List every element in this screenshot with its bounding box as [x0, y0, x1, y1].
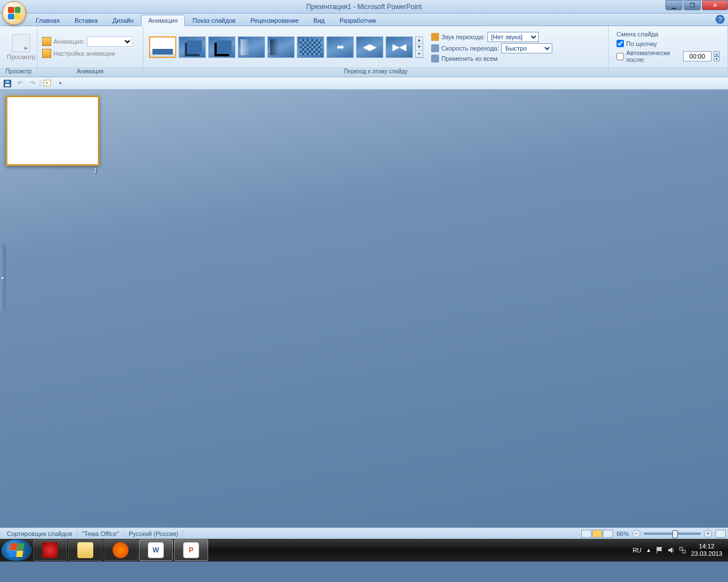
transition-item-8[interactable]: ◀▶: [356, 36, 383, 58]
transition-item-3[interactable]: [208, 36, 235, 58]
animation-settings-button[interactable]: Настройка анимации: [42, 49, 133, 58]
advance-slide-title: Смена слайда: [617, 31, 719, 38]
save-button[interactable]: [2, 78, 13, 89]
fit-window-button[interactable]: [715, 530, 726, 538]
slideshow-icon: [43, 80, 52, 88]
tab-review[interactable]: Рецензирование: [243, 15, 306, 26]
svg-rect-5: [682, 550, 685, 553]
animation-group-label: Анимация: [38, 68, 143, 77]
transition-item-7[interactable]: ⬌: [326, 36, 354, 58]
windows-logo-icon: [9, 543, 24, 557]
zoom-value: 66%: [617, 530, 629, 537]
taskbar-word[interactable]: W: [139, 539, 173, 561]
transition-item-5[interactable]: [267, 36, 295, 58]
taskbar-mediaplayer[interactable]: [104, 539, 138, 561]
svg-rect-2: [6, 81, 9, 83]
speed-icon: [431, 44, 439, 52]
window-titlebar: Презентация1 - Microsoft PowerPoint ▁ ❐ …: [0, 0, 728, 14]
on-click-checkbox[interactable]: По щелчку: [617, 40, 719, 47]
slideshow-qat-button[interactable]: [43, 78, 53, 89]
network-icon[interactable]: [679, 546, 686, 554]
status-theme[interactable]: "Тема Office": [77, 530, 124, 537]
taskbar-opera[interactable]: [33, 539, 67, 561]
transition-gallery-scroll[interactable]: ▲▼▾: [415, 36, 423, 58]
slide-thumbnail-1[interactable]: [6, 95, 100, 166]
slideshow-view-button[interactable]: [603, 530, 613, 538]
tray-date: 23.03.2013: [691, 550, 722, 558]
flag-icon[interactable]: [656, 546, 664, 554]
status-view-name[interactable]: Сортировщик слайдов: [2, 530, 77, 537]
slide-sorter-view[interactable]: 1 ▸: [0, 90, 728, 527]
office-button[interactable]: [2, 1, 26, 25]
preview-icon: [12, 34, 30, 52]
ribbon-tabs: Главная Вставка Дизайн Анимация Показ сл…: [0, 14, 728, 26]
preview-button[interactable]: Просмотр: [3, 33, 39, 61]
transition-item-9[interactable]: ▶◀: [386, 36, 413, 58]
zoom-slider[interactable]: [644, 533, 701, 535]
animation-settings-label: Настройка анимации: [53, 50, 115, 57]
powerpoint-icon: P: [183, 542, 199, 558]
transition-speed-combo[interactable]: Быстро: [501, 43, 552, 53]
tab-design[interactable]: Дизайн: [105, 15, 141, 26]
window-minimize-button[interactable]: ▁: [665, 0, 682, 10]
svg-rect-4: [680, 547, 682, 550]
svg-rect-1: [5, 84, 10, 86]
status-language[interactable]: Русский (Россия): [124, 530, 183, 537]
tray-show-hidden[interactable]: ▲: [646, 547, 651, 553]
volume-icon[interactable]: [667, 546, 675, 554]
normal-view-button[interactable]: [581, 530, 592, 538]
preview-group-label: Просмотр: [0, 68, 37, 77]
undo-button[interactable]: ↶: [15, 78, 25, 89]
window-close-button[interactable]: ✕: [702, 0, 728, 10]
zoom-out-button[interactable]: −: [632, 530, 640, 538]
transition-item-4[interactable]: [238, 36, 265, 58]
window-title: Презентация1 - Microsoft PowerPoint: [306, 3, 421, 11]
tray-language[interactable]: RU: [632, 547, 642, 554]
status-bar: Сортировщик слайдов "Тема Office" Русски…: [0, 527, 728, 539]
opera-icon: [42, 542, 58, 558]
transition-gallery[interactable]: ⬌ ◀▶ ▶◀ ▲▼▾: [147, 34, 425, 60]
animation-icon: [42, 37, 51, 46]
animation-combo[interactable]: [87, 36, 133, 47]
quick-access-toolbar: ↶ ↷ ▾: [0, 77, 728, 90]
windows-taskbar: W P RU ▲ 14:12 23.03.2013: [0, 539, 728, 562]
tab-home[interactable]: Главная: [28, 15, 67, 26]
folder-icon: [77, 542, 93, 558]
qat-customize-button[interactable]: ▾: [55, 78, 65, 89]
auto-after-checkbox[interactable]: Автоматически после: ▲▼: [617, 49, 719, 63]
transition-item-6[interactable]: [297, 36, 324, 58]
apply-to-all-label: Применить ко всем: [441, 55, 498, 62]
transition-sound-combo[interactable]: [Нет звука]: [487, 32, 539, 42]
advance-group-label: [609, 68, 727, 77]
transition-none[interactable]: [149, 36, 176, 58]
tab-animation[interactable]: Анимация: [141, 15, 185, 26]
animation-label: Анимация:: [53, 38, 85, 45]
window-restore-button[interactable]: ❐: [684, 0, 701, 10]
left-panel-expand[interactable]: ▸: [0, 243, 6, 311]
tab-insert[interactable]: Вставка: [67, 15, 105, 26]
tab-developer[interactable]: Разработчик: [332, 15, 383, 26]
time-spinner[interactable]: ▲▼: [714, 51, 719, 61]
transition-item-2[interactable]: [179, 36, 206, 58]
redo-button[interactable]: ↷: [27, 78, 38, 89]
tab-slideshow[interactable]: Показ слайдов: [185, 15, 243, 26]
preview-button-label: Просмотр: [7, 53, 35, 60]
save-icon: [3, 80, 11, 88]
word-icon: W: [148, 542, 164, 558]
sorter-view-button[interactable]: [592, 530, 602, 538]
slide-number-label: 1: [6, 167, 100, 174]
taskbar-explorer[interactable]: [68, 539, 102, 561]
tray-time: 14:12: [691, 543, 722, 550]
ribbon: Просмотр Просмотр Анимация: Настройка ан…: [0, 26, 728, 77]
tab-view[interactable]: Вид: [306, 15, 332, 26]
auto-after-time-input[interactable]: [683, 51, 712, 61]
transition-sound-label: Звук перехода:: [441, 34, 485, 40]
apply-all-icon: [431, 55, 439, 63]
start-button[interactable]: [1, 539, 32, 561]
transition-speed-label: Скорость перехода:: [441, 45, 499, 52]
taskbar-powerpoint[interactable]: P: [174, 539, 208, 561]
zoom-in-button[interactable]: +: [704, 530, 712, 538]
tray-clock[interactable]: 14:12 23.03.2013: [691, 543, 722, 558]
help-button[interactable]: ?: [715, 15, 725, 24]
apply-to-all-button[interactable]: Применить ко всем: [431, 55, 552, 63]
